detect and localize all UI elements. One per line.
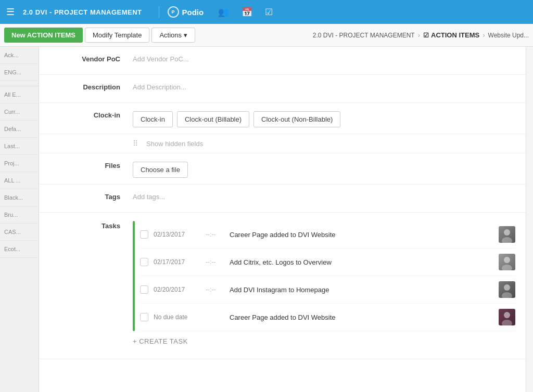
project-title: 2.0 DVI - PROJECT MANAGEMENT [23,8,142,16]
task-item: 02/17/2017 --:-- Add Citrix, etc. Logos … [140,249,515,276]
actions-label: Actions [159,31,182,39]
sidebar-item-4[interactable]: Defa... [0,121,39,138]
sidebar-item-0[interactable]: Ack... [0,47,39,64]
files-section: Files Choose a file [39,153,526,185]
right-scrollbar-panel [526,47,533,392]
modify-template-button[interactable]: Modify Template [85,28,149,43]
task-item: 02/20/2017 --:-- Add DVI Instagram to Ho… [140,276,515,304]
clock-in-label: Clock-in [39,109,133,119]
description-input[interactable]: Add Description... [133,81,526,91]
vendor-poc-section: Vendor PoC Add Vendor PoC... [39,47,526,75]
sidebar-item-7[interactable]: ALL ... [0,172,39,189]
green-indicator [133,221,135,331]
sidebar-item-3[interactable]: Curr... [0,103,39,121]
svg-point-4 [504,284,510,291]
checkbox-icon: ☑ [423,32,429,39]
svg-point-6 [504,312,510,318]
content-area: Vendor PoC Add Vendor PoC... Description… [39,47,526,392]
breadcrumb-project: 2.0 DVI - PROJECT MANAGEMENT [313,32,415,39]
task-checkbox[interactable] [140,230,148,239]
svg-point-5 [502,292,512,298]
svg-point-7 [502,320,512,325]
tags-label: Tags [39,191,133,201]
task-checkbox[interactable] [140,313,148,321]
description-label: Description [39,81,133,91]
files-input-area: Choose a file [133,160,526,178]
actions-chevron-icon: ▾ [184,31,187,39]
create-task-button[interactable]: + CREATE TASK [133,331,515,351]
vendor-poc-input[interactable]: Add Vendor PoC... [133,53,526,63]
svg-point-1 [502,237,512,243]
sidebar-item-1[interactable]: ENG... [0,64,39,81]
task-list: 02/13/2017 --:-- Career Page added to DV… [140,221,515,331]
podio-logo[interactable]: P Podio [159,6,204,18]
task-title: Add DVI Instagram to Homepage [230,286,493,294]
choose-file-button[interactable]: Choose a file [133,162,188,178]
sidebar-item-2[interactable]: All E... [0,86,39,103]
people-icon[interactable]: 👥 [218,7,229,18]
task-date: No due date [154,313,200,321]
sidebar-item-6[interactable]: Proj... [0,155,39,172]
tasks-label: Tasks [39,220,133,230]
sidebar-item-10[interactable]: CAS... [0,224,39,241]
top-navigation: ☰ 2.0 DVI - PROJECT MANAGEMENT P Podio 👥… [0,0,533,24]
files-label: Files [39,160,133,169]
task-time: --:-- [206,258,224,266]
task-title: Career Page added to DVI Website [230,313,493,321]
task-avatar [499,281,515,298]
tasks-with-indicator: 02/13/2017 --:-- Career Page added to DV… [133,221,515,331]
show-hidden-fields-link[interactable]: Show hidden fields [146,140,203,148]
clock-in-button[interactable]: Clock-in [133,111,173,127]
task-avatar [499,254,515,270]
svg-point-2 [504,257,510,263]
breadcrumb-action-items: ☑ ACTION ITEMS [423,31,479,39]
sidebar-item-9[interactable]: Bru... [0,206,39,224]
hidden-fields-row: ⠿ Show hidden fields [39,134,526,153]
breadcrumb-current: Website Upd... [488,32,529,39]
nav-icons: 👥 📅 ☑ [218,7,273,18]
sidebar: Ack... ENG... All E... Curr... Defa... L… [0,47,39,392]
description-section: Description Add Description... [39,75,526,103]
tags-section: Tags Add tags... [39,185,526,213]
task-list-wrapper: 02/13/2017 --:-- Career Page added to DV… [140,221,515,331]
task-avatar [499,226,515,243]
vendor-poc-label: Vendor PoC [39,53,133,63]
calendar-icon[interactable]: 📅 [242,7,252,18]
svg-point-0 [504,229,510,236]
drag-handle-icon: ⠿ [133,139,138,148]
task-item: No due date Career Page added to DVI Web… [140,304,515,331]
sidebar-item-8[interactable]: Black... [0,189,39,206]
breadcrumb: 2.0 DVI - PROJECT MANAGEMENT › ☑ ACTION … [313,31,529,39]
sidebar-item-5[interactable]: Last... [0,138,39,155]
main-layout: Ack... ENG... All E... Curr... Defa... L… [0,47,533,392]
clock-out-billable-button[interactable]: Clock-out (Billable) [177,111,249,127]
tasks-section: Tasks 02/13/2017 --:-- Career Page added… [39,213,526,359]
clock-buttons-container: Clock-in Clock-out (Billable) Clock-out … [133,109,526,127]
task-checkbox[interactable] [140,285,148,294]
breadcrumb-sep1: › [418,31,420,39]
tasks-container: 02/13/2017 --:-- Career Page added to DV… [133,220,526,351]
tags-input[interactable]: Add tags... [133,191,526,201]
clock-out-non-billable-button[interactable]: Clock-out (Non-Billable) [253,111,340,127]
task-date: 02/13/2017 [154,231,200,238]
task-title: Career Page added to DVI Website [230,231,493,239]
task-time: --:-- [206,231,224,238]
breadcrumb-sep2: › [483,31,485,39]
task-date: 02/17/2017 [154,258,200,266]
action-toolbar: New ACTION ITEMS Modify Template Actions… [0,24,533,47]
svg-point-3 [502,265,512,270]
task-avatar [499,309,515,325]
actions-dropdown-button[interactable]: Actions ▾ [151,28,195,43]
podio-label: Podio [182,8,204,17]
tasks-icon[interactable]: ☑ [265,7,273,18]
task-title: Add Citrix, etc. Logos to Overview [230,258,493,266]
sidebar-item-11[interactable]: Ecot... [0,241,39,258]
task-time: --:-- [206,286,224,293]
new-action-items-button[interactable]: New ACTION ITEMS [4,28,83,43]
clock-buttons-group: Clock-in Clock-out (Billable) Clock-out … [133,110,515,127]
clock-in-section: Clock-in Clock-in Clock-out (Billable) C… [39,103,526,134]
task-item: 02/13/2017 --:-- Career Page added to DV… [140,221,515,249]
hamburger-icon[interactable]: ☰ [6,6,15,18]
task-date: 02/20/2017 [154,286,200,293]
task-checkbox[interactable] [140,258,148,266]
